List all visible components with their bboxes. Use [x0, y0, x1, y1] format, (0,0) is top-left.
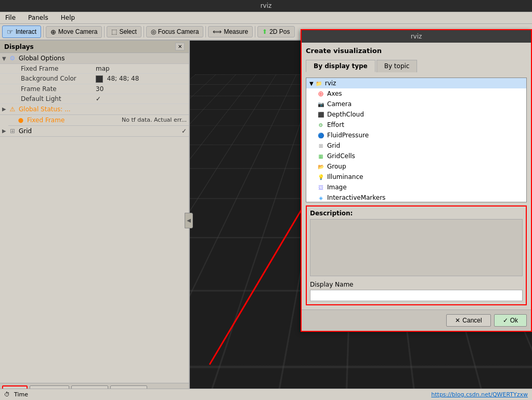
fixed-frame-prop: Fixed Frame	[2, 65, 96, 72]
dialog-footer: ✕ Cancel ✓ Ok	[302, 309, 531, 331]
global-options-item[interactable]: ▼ ⚙ Global Options	[0, 53, 189, 64]
depth-cloud-label: DepthCloud	[327, 111, 364, 118]
interactive-markers-item[interactable]: ◈ InteractiveMarkers	[306, 192, 526, 202]
viz-tree: ▼ 📁 rviz ⊕ Axes 📷 Camera ⬛ DepthCloud ⚙ …	[306, 78, 527, 202]
rviz-expand-icon: ▼	[309, 81, 314, 86]
effort-item[interactable]: ⚙ Effort	[306, 120, 526, 130]
frame-rate-value: 30	[96, 85, 187, 93]
cancel-button[interactable]: ✕ Cancel	[446, 314, 490, 327]
default-light-value: ✓	[96, 95, 187, 102]
ok-check-icon: ✓	[503, 317, 508, 324]
camera-move-icon: ⊕	[50, 28, 56, 36]
description-section: Description: Display Name	[306, 205, 527, 305]
move-camera-button[interactable]: ⊕ Move Camera	[46, 26, 102, 38]
color-text: 48; 48; 48	[107, 75, 139, 82]
menubar: File Panels Help	[0, 12, 532, 24]
panel-close-button[interactable]: ✕	[175, 43, 185, 50]
description-textarea[interactable]	[310, 219, 523, 276]
rviz-root-item[interactable]: ▼ 📁 rviz	[306, 78, 526, 88]
gear-icon: ⚙	[8, 54, 17, 62]
display-name-label: Display Name	[310, 281, 523, 288]
2d-icon: ⬆	[262, 28, 267, 35]
menu-help[interactable]: Help	[58, 13, 78, 22]
menu-panels[interactable]: Panels	[25, 13, 51, 22]
title-text: rviz	[261, 2, 272, 9]
gridcells-icon: ▦	[317, 152, 325, 160]
interact-label: Interact	[16, 28, 36, 35]
bg-color-value: 48; 48; 48	[96, 75, 187, 83]
tab-by-display-type[interactable]: By display type	[306, 60, 375, 72]
ruler-icon: ⟺	[213, 28, 222, 35]
focus-icon: ◎	[151, 28, 156, 35]
ff-warning-icon: ●	[17, 116, 25, 124]
measure-button[interactable]: ⟺ Measure	[208, 26, 253, 37]
cancel-x-icon: ✕	[455, 317, 460, 324]
dialog-body: Create visualization By display type By …	[302, 43, 531, 309]
default-light-prop: Default Light	[2, 95, 96, 102]
tab-by-topic[interactable]: By topic	[377, 60, 418, 72]
displays-panel: Displays ✕ ▼ ⚙ Global Options Fixed Fram…	[0, 41, 190, 400]
displays-title: Displays	[4, 43, 34, 50]
sep4	[205, 26, 206, 37]
select-button[interactable]: ⬚ Select	[107, 26, 141, 37]
camera-icon: 📷	[317, 100, 325, 108]
select-box-icon: ⬚	[111, 28, 117, 35]
display-name-input[interactable]	[310, 290, 523, 301]
select-label: Select	[119, 28, 136, 35]
sep3	[144, 26, 144, 37]
depth-cloud-item[interactable]: ⬛ DepthCloud	[306, 109, 526, 120]
grid-item[interactable]: ▶ ⊞ Grid ✓	[0, 126, 189, 137]
image-item[interactable]: 🖼 Image	[306, 182, 526, 192]
image-label: Image	[327, 184, 347, 191]
bg-color-row: Background Color 48; 48; 48	[0, 74, 189, 84]
grid-expand-icon: ▶	[2, 128, 8, 134]
group-item[interactable]: 📂 Group	[306, 161, 526, 172]
focus-camera-label: Focus Camera	[158, 28, 199, 35]
cursor-icon: ☞	[7, 28, 14, 36]
focus-camera-button[interactable]: ◎ Focus Camera	[146, 26, 204, 37]
status-expand-icon: ▶	[2, 106, 8, 112]
frame-rate-row: Frame Rate 30	[0, 84, 189, 94]
grid-cells-item[interactable]: ▦ GridCells	[306, 151, 526, 161]
dialog-title-text: rviz	[411, 33, 422, 40]
ok-label: Ok	[510, 317, 518, 324]
camera-item[interactable]: 📷 Camera	[306, 99, 526, 109]
dialog-heading: Create visualization	[306, 47, 527, 55]
sep2	[104, 26, 105, 37]
grid-viz-label: Grid	[327, 142, 340, 149]
status-url[interactable]: https://blog.csdn.net/QWERTYzxw	[431, 391, 528, 398]
illuminance-item[interactable]: 💡 Illuminance	[306, 172, 526, 182]
move-camera-label: Move Camera	[58, 28, 97, 35]
grid-item-icon: ⊞	[8, 127, 17, 135]
fluid-pressure-item[interactable]: 🔵 FluidPressure	[306, 130, 526, 140]
rviz-label: rviz	[325, 80, 336, 87]
grid-viz-icon: ⊞	[317, 141, 325, 150]
folder-icon: 📁	[315, 79, 323, 87]
effort-label: Effort	[327, 121, 344, 128]
illuminance-icon: 💡	[317, 173, 325, 181]
frame-rate-prop: Frame Rate	[2, 85, 96, 93]
global-status-item[interactable]: ▶ ⚠ Global Status: ...	[0, 104, 189, 115]
panel-header: Displays ✕	[0, 41, 189, 53]
interactive-icon: ◈	[317, 193, 325, 202]
grid-cells-label: GridCells	[327, 152, 355, 160]
fixed-frame-value: map	[96, 65, 187, 72]
clock-icon: ⏱	[4, 391, 10, 398]
collapse-handle[interactable]: ◀	[185, 213, 193, 228]
grid-viz-item[interactable]: ⊞ Grid	[306, 140, 526, 151]
cancel-label: Cancel	[462, 317, 482, 324]
interact-button[interactable]: ☞ Interact	[2, 25, 41, 38]
fluid-icon: 🔵	[317, 131, 325, 139]
fixed-frame-status-item[interactable]: ● Fixed Frame No tf data. Actual err...	[8, 115, 189, 126]
color-swatch	[96, 75, 103, 83]
axes-item[interactable]: ⊕ Axes	[306, 88, 526, 99]
ok-button[interactable]: ✓ Ok	[494, 314, 527, 327]
effort-icon: ⚙	[317, 121, 325, 129]
global-options-label: Global Options	[19, 55, 187, 62]
2d-pos-label: 2D Pos	[269, 28, 290, 35]
dialog-titlebar: rviz	[302, 30, 531, 43]
menu-file[interactable]: File	[2, 13, 19, 22]
2d-pos-button[interactable]: ⬆ 2D Pos	[257, 26, 294, 37]
description-label: Description:	[310, 210, 523, 217]
depth-icon: ⬛	[317, 110, 325, 119]
